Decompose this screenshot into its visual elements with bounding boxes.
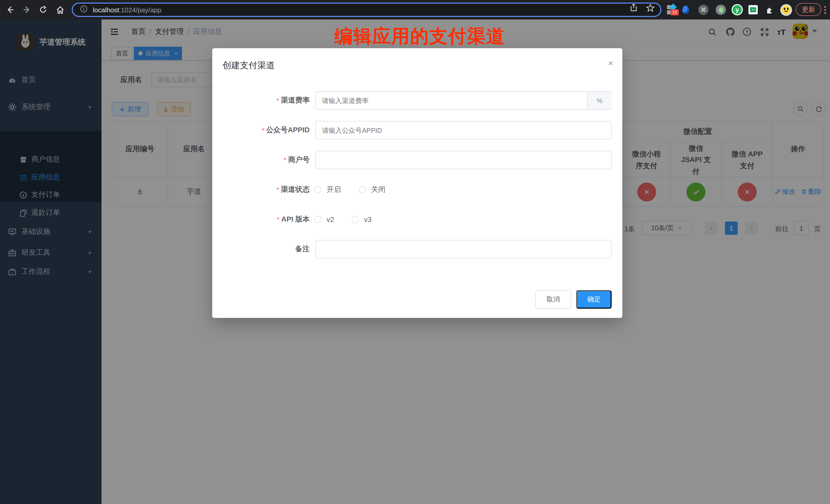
extension-tag-manager-icon[interactable]: 10 (665, 4, 678, 16)
extension-balloon-icon[interactable] (679, 4, 692, 16)
extension-badge: 10 (671, 9, 679, 15)
extension-command-icon[interactable]: ⌘ (697, 4, 709, 16)
status-on-label[interactable]: 开启 (326, 181, 341, 199)
confirm-button[interactable]: 确定 (576, 290, 612, 309)
browser-toolbar: localhost:1024/pay/app 10 ⌘ y (0, 0, 830, 20)
api-v2-label[interactable]: v2 (326, 210, 334, 229)
create-channel-dialog: 创建支付渠道 × *渠道费率 % *公众号APPID *商户号 *渠道状态 开启… (212, 48, 622, 318)
field-status: *渠道状态 开启 关闭 (212, 181, 622, 199)
rate-input[interactable] (315, 91, 612, 110)
address-bar[interactable]: localhost:1024/pay/app (72, 3, 661, 17)
browser-update-button[interactable]: 更新 (796, 3, 821, 16)
extensions-puzzle-icon[interactable] (763, 4, 776, 16)
browser-menu-icon[interactable] (824, 6, 826, 8)
api-v2-radio[interactable] (314, 216, 321, 223)
status-off-radio[interactable] (359, 186, 366, 193)
extension-y-icon[interactable]: y (731, 4, 743, 16)
screen: localhost:1024/pay/app 10 ⌘ y (0, 0, 830, 504)
site-info-icon[interactable] (80, 5, 88, 14)
forward-icon[interactable] (21, 4, 33, 16)
field-appid: *公众号APPID (212, 121, 622, 139)
merchant-input[interactable] (315, 151, 612, 169)
home-icon[interactable] (54, 4, 66, 16)
bookmark-star-icon[interactable] (646, 4, 655, 14)
extension-chat-icon[interactable] (747, 4, 759, 16)
profile-avatar-emoji[interactable] (780, 4, 792, 16)
back-icon[interactable] (4, 4, 17, 16)
cancel-button[interactable]: 取消 (535, 290, 571, 309)
dialog-title: 创建支付渠道 (223, 60, 275, 71)
reload-icon[interactable] (37, 4, 49, 16)
annotation-title: 编辑应用的支付渠道 (334, 24, 505, 49)
api-v3-radio[interactable] (352, 216, 359, 223)
field-merchant: *商户号 (212, 151, 622, 169)
field-api-version: *API 版本 v2 v3 (212, 210, 622, 229)
extension-green-dot-icon[interactable] (715, 4, 727, 16)
dialog-close-icon[interactable]: × (608, 58, 613, 69)
appid-input[interactable] (315, 121, 612, 139)
url-path: :1024/pay/app (119, 6, 161, 13)
share-icon[interactable] (630, 4, 638, 14)
field-rate: *渠道费率 % (212, 91, 622, 110)
remark-input[interactable] (315, 240, 612, 258)
rate-suffix: % (587, 92, 612, 109)
field-remark: 备注 (212, 240, 622, 258)
api-v3-label[interactable]: v3 (364, 210, 372, 229)
status-off-label[interactable]: 关闭 (371, 181, 385, 199)
status-on-radio[interactable] (314, 186, 321, 193)
url-host: localhost (93, 6, 119, 13)
